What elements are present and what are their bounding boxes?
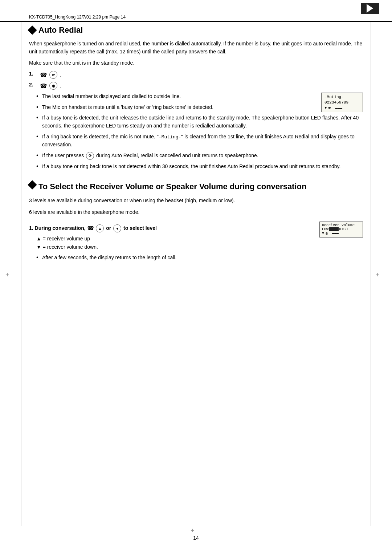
section-auto-redial: Auto Redial When speakerphone is turned … — [29, 25, 363, 171]
section2-title-text: To Select the Receiver Volume or Speaker… — [38, 182, 306, 192]
section2-step1: 1. During conversation, ☎ ▲ or ▼ to sele… — [29, 224, 312, 233]
step-2-content: ☎ ◉ . — [40, 82, 61, 90]
handset-icon-2: ☎ — [40, 82, 47, 89]
section2-intro1: 3 levels are available during conversati… — [29, 197, 363, 205]
handset-icon-1: ☎ — [40, 72, 47, 78]
section1-intro: When speakerphone is turned on and redia… — [29, 40, 363, 56]
section2-title: To Select the Receiver Volume or Speaker… — [29, 182, 363, 192]
bullet-dot-5: • — [36, 153, 42, 158]
crosshair-right — [377, 274, 385, 281]
bullet-item-6: • If a busy tone or ring back tone is no… — [36, 163, 363, 171]
bullet-text-6: If a busy tone or ring back tone is not … — [42, 163, 363, 171]
vol-up-icon: ▲ — [96, 224, 104, 232]
step-1-num: 1. — [29, 71, 40, 77]
bullet-item-2: • The Mic on handset is mute until a 'bu… — [36, 103, 316, 111]
section-volume: To Select the Receiver Volume or Speaker… — [29, 182, 363, 265]
bullet-item-1: • The last redial number is displayed an… — [36, 93, 316, 101]
volume-bars: █████ — [329, 227, 338, 231]
redial-ref-icon: ⟳ — [86, 152, 94, 160]
footer-page-number: 14 — [193, 535, 199, 541]
bullet-text-2: The Mic on handset is mute until a 'busy… — [42, 103, 316, 111]
section2-bullet-1: • After a few seconds, the display retur… — [36, 254, 312, 262]
display-battery: ▬▬▬ — [335, 106, 342, 110]
volume-display-line1: Receiver Volume — [322, 223, 360, 227]
section2-bullets: • After a few seconds, the display retur… — [36, 254, 312, 262]
display-phone: ☎ — [328, 106, 331, 110]
left-margin-line — [21, 22, 21, 526]
volume-display-line2: LOW █████ HIGH — [322, 227, 360, 231]
vol-down-label: ▼ = receiver volume down. — [36, 244, 98, 250]
v-down-arrow: ▼ — [322, 231, 324, 235]
bullet-text-5: If the user presses ⟳ during Auto Redial… — [42, 152, 363, 160]
section2-intro2: 6 levels are available in the speakerpho… — [29, 208, 363, 216]
step-1-period: . — [60, 72, 61, 78]
section1-standby-note: Make sure that the unit is in the standb… — [29, 59, 363, 67]
page-header: KX-TCD705_HongKong 12/7/01 2:29 pm Page … — [0, 0, 392, 22]
step-1-content: ☎ ⟳ . — [40, 71, 61, 79]
redial-button-icon: ⟳ — [49, 71, 57, 79]
step-bold-label: During conversation, — [35, 225, 87, 231]
step-1: 1. ☎ ⟳ . — [29, 71, 363, 79]
section1-bullet-list: • The last redial number is displayed an… — [36, 93, 316, 111]
display-down-arrow: ▼ — [324, 106, 327, 110]
low-label: LOW — [322, 227, 328, 231]
step-bold-end: to select level — [123, 225, 157, 231]
step-sub2: ▼ = receiver volume down. — [36, 243, 312, 251]
bullet-item-5: • If the user presses ⟳ during Auto Redi… — [36, 152, 363, 160]
v-battery: ▬▬▬ — [332, 231, 339, 235]
bullet-text-3: If a busy tone is detected, the unit rel… — [42, 114, 363, 130]
handset-icon-3: ☎ — [87, 224, 94, 232]
bullet-dot-3: • — [36, 115, 42, 121]
display-box-muting: -Muting- 0223456789 ▼ ☎ ▬▬▬ — [321, 93, 363, 112]
bullet-item-3: • If a busy tone is detected, the unit r… — [36, 114, 363, 130]
display-line1: -Muting- — [324, 94, 360, 100]
section1-title-text: Auto Redial — [38, 25, 83, 35]
speaker-button-icon: ◉ — [49, 82, 57, 90]
main-content: Auto Redial When speakerphone is turned … — [29, 25, 363, 519]
crosshair-left — [7, 274, 15, 281]
high-label: HIGH — [339, 227, 348, 231]
display-box-volume: Receiver Volume LOW █████ HIGH ▼ ☎ ▬▬▬ — [319, 222, 363, 238]
next-arrow-indicator — [361, 3, 379, 14]
bullet-dot-4: • — [36, 134, 42, 139]
right-margin-line — [371, 22, 371, 526]
step-or-text: or — [106, 225, 113, 231]
diamond-icon — [28, 25, 37, 34]
bullet-dot-2: • — [36, 104, 42, 110]
step-bold-num: 1. — [29, 225, 33, 231]
header-text: KX-TCD705_HongKong 12/7/01 2:29 pm Page … — [29, 15, 126, 20]
section2-step1-row: 1. During conversation, ☎ ▲ or ▼ to sele… — [29, 220, 363, 265]
step-2-period: . — [60, 83, 61, 89]
bullet-text-4: If a ring back tone is detected, the mic… — [42, 133, 363, 149]
section1-bullet-list-2: • If a busy tone is detected, the unit r… — [36, 114, 363, 170]
vol-up-label: ▲ = receiver volume up — [36, 236, 90, 241]
vol-down-icon: ▼ — [113, 224, 121, 232]
step-2: 2. ☎ ◉ . — [29, 82, 363, 90]
v-phone: ☎ — [326, 231, 328, 236]
display-line2: 0223456789 — [324, 100, 360, 105]
bullet-item-4: • If a ring back tone is detected, the m… — [36, 133, 363, 149]
bullets-with-display: -Muting- 0223456789 ▼ ☎ ▬▬▬ • The last r… — [29, 93, 363, 171]
bullet-dot-1: • — [36, 93, 42, 99]
display-icons: ▼ ☎ ▬▬▬ — [324, 106, 360, 110]
page-footer: 14 — [0, 531, 392, 541]
step-sub1: ▲ = receiver volume up — [36, 235, 312, 243]
section1-title: Auto Redial — [29, 25, 363, 35]
section2-step1-content: 1. During conversation, ☎ ▲ or ▼ to sele… — [29, 220, 312, 265]
diamond-icon-2 — [28, 180, 37, 189]
s2-bullet-text: After a few seconds, the display returns… — [42, 254, 312, 262]
bullet-text-1: The last redial number is displayed and … — [42, 93, 316, 101]
step-2-num: 2. — [29, 82, 40, 88]
bullet-dot-6: • — [36, 163, 42, 169]
s2-bullet-dot: • — [36, 255, 42, 260]
volume-display-icons: ▼ ☎ ▬▬▬ — [322, 231, 360, 236]
page: KX-TCD705_HongKong 12/7/01 2:29 pm Page … — [0, 0, 392, 548]
